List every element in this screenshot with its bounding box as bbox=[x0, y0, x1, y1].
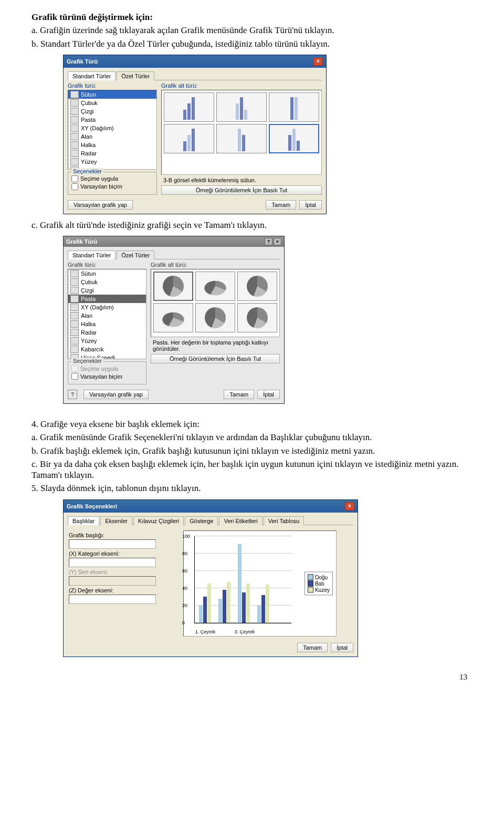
step-b: b. Standart Türler'de ya da Özel Türler … bbox=[32, 38, 472, 49]
doughnut-icon bbox=[70, 141, 79, 149]
tab-standard-types[interactable]: Standart Türler bbox=[68, 251, 116, 259]
dialog-chart-type-color: Grafik Türü × Standart Türler Özel Türle… bbox=[63, 55, 327, 214]
subtype-grid[interactable] bbox=[151, 269, 280, 337]
list-item: Halka bbox=[68, 320, 146, 328]
label-chart-type: Grafik türü: bbox=[68, 82, 157, 89]
list-item: Çubuk bbox=[68, 99, 156, 107]
ok-button[interactable]: Tamam bbox=[224, 390, 254, 399]
label-chart-subtype: Grafik alt türü: bbox=[151, 262, 280, 268]
step-4c: c. Bir ya da daha çok eksen başlığı ekle… bbox=[32, 458, 472, 481]
subtype-thumb bbox=[164, 124, 214, 153]
radar-icon bbox=[70, 329, 79, 336]
step-4-heading: 4. Grafiğe veya eksene bir başlık ekleme… bbox=[32, 419, 472, 430]
x-axis-input[interactable] bbox=[69, 558, 156, 567]
preview-button[interactable]: Örneği Görüntülemek İçin Basılı Tut bbox=[151, 354, 280, 363]
checkbox-apply-selection[interactable]: Seçime uygula bbox=[71, 365, 143, 372]
field-y-axis: (Y) Seri ekseni: bbox=[69, 569, 179, 586]
close-icon[interactable]: × bbox=[274, 238, 281, 245]
field-x-axis: (X) Kategori ekseni: bbox=[69, 550, 179, 567]
checkbox-apply-selection[interactable]: Seçime uygula bbox=[71, 175, 153, 182]
list-item: Çizgi bbox=[68, 107, 156, 116]
area-icon bbox=[70, 312, 79, 319]
y-axis-input bbox=[69, 576, 156, 586]
options-title: Seçenekler bbox=[71, 168, 103, 174]
dialog-title: Grafik Türü bbox=[66, 238, 97, 245]
tab-data-labels[interactable]: Veri Etiketleri bbox=[219, 516, 262, 525]
list-item: Sütun bbox=[68, 269, 146, 278]
tab-titles[interactable]: Başlıklar bbox=[68, 516, 99, 525]
default-chart-button[interactable]: Varsayılan grafik yap bbox=[68, 200, 133, 210]
tab-standard-types[interactable]: Standart Türler bbox=[68, 71, 116, 80]
list-item: Sütun bbox=[68, 90, 156, 99]
field-chart-title: Grafik başlığı: bbox=[69, 532, 179, 549]
subtype-thumb-selected bbox=[153, 272, 193, 301]
scatter-icon bbox=[70, 304, 79, 311]
bar-icon bbox=[70, 99, 79, 107]
checkbox-default-format[interactable]: Varsayılan biçim bbox=[71, 373, 143, 380]
list-item: Pasta bbox=[68, 295, 146, 303]
z-axis-input[interactable] bbox=[69, 595, 156, 604]
surface-icon bbox=[70, 158, 79, 165]
page-number: 13 bbox=[32, 673, 472, 682]
ok-button[interactable]: Tamam bbox=[297, 643, 328, 652]
chart-title-input[interactable] bbox=[69, 539, 156, 549]
bubble-icon bbox=[70, 346, 79, 353]
preview-button[interactable]: Örneği Görüntülemek İçin Basılı Tut bbox=[161, 185, 322, 195]
subtype-thumb bbox=[195, 272, 235, 301]
checkbox-default-format[interactable]: Varsayılan biçim bbox=[71, 183, 153, 190]
scatter-icon bbox=[70, 124, 79, 132]
list-item: Kabarcık bbox=[68, 345, 146, 353]
pie-icon bbox=[70, 116, 79, 123]
ok-button[interactable]: Tamam bbox=[266, 200, 296, 210]
tab-axes[interactable]: Eksenler bbox=[100, 516, 132, 525]
list-item: Alan bbox=[68, 311, 146, 320]
subtype-thumb bbox=[216, 124, 267, 153]
dialog-chart-type-grey: Grafik Türü ?× Standart Türler Özel Türl… bbox=[63, 236, 285, 404]
cancel-button[interactable]: İptal bbox=[331, 643, 353, 652]
subtype-thumb bbox=[195, 303, 235, 332]
tab-strip: Standart Türler Özel Türler bbox=[68, 250, 280, 259]
options-group: Seçenekler Seçime uygula Varsayılan biçi… bbox=[68, 172, 157, 195]
tab-custom-types[interactable]: Özel Türler bbox=[117, 71, 154, 80]
tab-data-table[interactable]: Veri Tablosu bbox=[264, 516, 304, 525]
heading-change-chart-type: Grafik türünü değiştirmek için: bbox=[32, 12, 472, 23]
subtype-grid[interactable] bbox=[161, 90, 322, 175]
list-item: Çubuk bbox=[68, 278, 146, 286]
radar-icon bbox=[70, 150, 79, 157]
titlebar: Grafik Türü × bbox=[64, 55, 326, 68]
help-icon[interactable]: ? bbox=[265, 238, 272, 245]
dialog-chart-options: Grafik Seçenekleri × Başlıklar Eksenler … bbox=[63, 499, 358, 657]
help-icon[interactable]: ? bbox=[68, 390, 77, 399]
list-item: Çizgi bbox=[68, 286, 146, 295]
doughnut-icon bbox=[70, 320, 79, 328]
default-chart-button[interactable]: Varsayılan grafik yap bbox=[83, 390, 149, 399]
subtype-thumb bbox=[269, 92, 319, 122]
column-icon bbox=[70, 91, 79, 98]
list-item: XY (Dağılım) bbox=[68, 303, 146, 311]
chart-type-list[interactable]: Sütun Çubuk Çizgi Pasta XY (Dağılım) Ala… bbox=[68, 90, 157, 170]
step-5: 5. Slayda dönmek için, tablonun dışını t… bbox=[32, 483, 472, 494]
close-icon[interactable]: × bbox=[313, 57, 323, 66]
chart-preview: 0 20 40 60 80 100 1. Çeyrek 3. bbox=[183, 530, 337, 637]
tab-custom-types[interactable]: Özel Türler bbox=[117, 251, 154, 259]
subtype-thumb bbox=[216, 92, 267, 122]
list-item: Yüzey bbox=[68, 158, 156, 166]
surface-icon bbox=[70, 337, 79, 345]
list-item: Halka bbox=[68, 141, 156, 149]
area-icon bbox=[70, 133, 79, 140]
subtype-thumb-selected bbox=[269, 124, 319, 153]
subtype-description: Pasta. Her değerin bir toplama yaptığı k… bbox=[151, 337, 280, 354]
tab-strip: Başlıklar Eksenler Kılavuz Çizgileri Gös… bbox=[68, 516, 353, 525]
cancel-button[interactable]: İptal bbox=[299, 200, 322, 210]
chart-type-list[interactable]: Sütun Çubuk Çizgi Pasta XY (Dağılım) Ala… bbox=[68, 269, 146, 359]
close-icon[interactable]: × bbox=[345, 502, 354, 510]
list-item: Yüzey bbox=[68, 337, 146, 345]
list-item: XY (Dağılım) bbox=[68, 124, 156, 132]
tab-gridlines[interactable]: Kılavuz Çizgileri bbox=[133, 516, 184, 525]
step-4a: a. Grafik menüsünde Grafik Seçenekleri'n… bbox=[32, 432, 472, 443]
tab-legend[interactable]: Gösterge bbox=[185, 516, 218, 525]
subtype-description: 3-B görsel efektli kümelenmiş sütun. bbox=[161, 175, 322, 185]
titlebar: Grafik Seçenekleri × bbox=[64, 500, 358, 513]
cancel-button[interactable]: İptal bbox=[257, 390, 280, 399]
column-icon bbox=[70, 270, 79, 277]
